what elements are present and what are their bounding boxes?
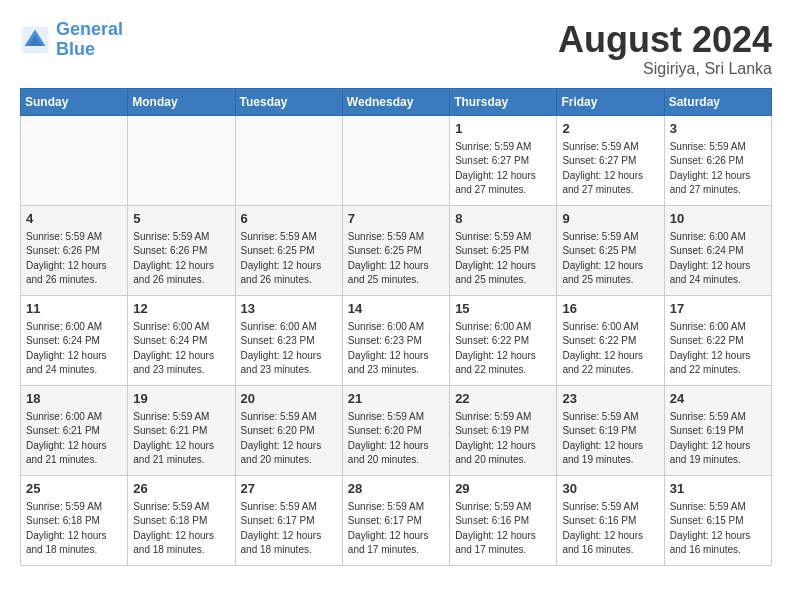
week-row-4: 18Sunrise: 6:00 AM Sunset: 6:21 PM Dayli… bbox=[21, 385, 772, 475]
day-info: Sunrise: 6:00 AM Sunset: 6:24 PM Dayligh… bbox=[670, 230, 766, 288]
weekday-header-thursday: Thursday bbox=[450, 88, 557, 115]
day-cell: 21Sunrise: 5:59 AM Sunset: 6:20 PM Dayli… bbox=[342, 385, 449, 475]
day-info: Sunrise: 5:59 AM Sunset: 6:16 PM Dayligh… bbox=[562, 500, 658, 558]
weekday-header-monday: Monday bbox=[128, 88, 235, 115]
weekday-header-wednesday: Wednesday bbox=[342, 88, 449, 115]
day-info: Sunrise: 5:59 AM Sunset: 6:26 PM Dayligh… bbox=[26, 230, 122, 288]
day-number: 8 bbox=[455, 210, 551, 228]
week-row-5: 25Sunrise: 5:59 AM Sunset: 6:18 PM Dayli… bbox=[21, 475, 772, 565]
logo-text: General Blue bbox=[56, 20, 123, 60]
day-cell: 1Sunrise: 5:59 AM Sunset: 6:27 PM Daylig… bbox=[450, 115, 557, 205]
logo-line1: General bbox=[56, 19, 123, 39]
calendar-table: SundayMondayTuesdayWednesdayThursdayFrid… bbox=[20, 88, 772, 566]
weekday-header-row: SundayMondayTuesdayWednesdayThursdayFrid… bbox=[21, 88, 772, 115]
day-cell: 27Sunrise: 5:59 AM Sunset: 6:17 PM Dayli… bbox=[235, 475, 342, 565]
day-number: 19 bbox=[133, 390, 229, 408]
day-info: Sunrise: 5:59 AM Sunset: 6:25 PM Dayligh… bbox=[455, 230, 551, 288]
day-number: 14 bbox=[348, 300, 444, 318]
day-number: 13 bbox=[241, 300, 337, 318]
day-cell: 24Sunrise: 5:59 AM Sunset: 6:19 PM Dayli… bbox=[664, 385, 771, 475]
weekday-header-tuesday: Tuesday bbox=[235, 88, 342, 115]
day-info: Sunrise: 5:59 AM Sunset: 6:19 PM Dayligh… bbox=[455, 410, 551, 468]
day-cell: 4Sunrise: 5:59 AM Sunset: 6:26 PM Daylig… bbox=[21, 205, 128, 295]
day-number: 1 bbox=[455, 120, 551, 138]
day-info: Sunrise: 5:59 AM Sunset: 6:19 PM Dayligh… bbox=[562, 410, 658, 468]
week-row-1: 1Sunrise: 5:59 AM Sunset: 6:27 PM Daylig… bbox=[21, 115, 772, 205]
day-cell: 26Sunrise: 5:59 AM Sunset: 6:18 PM Dayli… bbox=[128, 475, 235, 565]
day-number: 21 bbox=[348, 390, 444, 408]
day-cell: 14Sunrise: 6:00 AM Sunset: 6:23 PM Dayli… bbox=[342, 295, 449, 385]
weekday-header-friday: Friday bbox=[557, 88, 664, 115]
day-number: 12 bbox=[133, 300, 229, 318]
day-number: 27 bbox=[241, 480, 337, 498]
day-cell: 10Sunrise: 6:00 AM Sunset: 6:24 PM Dayli… bbox=[664, 205, 771, 295]
day-info: Sunrise: 6:00 AM Sunset: 6:24 PM Dayligh… bbox=[133, 320, 229, 378]
day-cell: 6Sunrise: 5:59 AM Sunset: 6:25 PM Daylig… bbox=[235, 205, 342, 295]
day-cell bbox=[128, 115, 235, 205]
title-block: August 2024 Sigiriya, Sri Lanka bbox=[558, 20, 772, 78]
day-number: 31 bbox=[670, 480, 766, 498]
page-header: General Blue August 2024 Sigiriya, Sri L… bbox=[20, 20, 772, 78]
day-info: Sunrise: 5:59 AM Sunset: 6:17 PM Dayligh… bbox=[241, 500, 337, 558]
location: Sigiriya, Sri Lanka bbox=[558, 60, 772, 78]
week-row-3: 11Sunrise: 6:00 AM Sunset: 6:24 PM Dayli… bbox=[21, 295, 772, 385]
day-cell: 3Sunrise: 5:59 AM Sunset: 6:26 PM Daylig… bbox=[664, 115, 771, 205]
day-number: 29 bbox=[455, 480, 551, 498]
day-info: Sunrise: 5:59 AM Sunset: 6:21 PM Dayligh… bbox=[133, 410, 229, 468]
weekday-header-sunday: Sunday bbox=[21, 88, 128, 115]
day-info: Sunrise: 6:00 AM Sunset: 6:24 PM Dayligh… bbox=[26, 320, 122, 378]
day-info: Sunrise: 5:59 AM Sunset: 6:27 PM Dayligh… bbox=[562, 140, 658, 198]
day-cell: 13Sunrise: 6:00 AM Sunset: 6:23 PM Dayli… bbox=[235, 295, 342, 385]
day-cell: 7Sunrise: 5:59 AM Sunset: 6:25 PM Daylig… bbox=[342, 205, 449, 295]
day-info: Sunrise: 5:59 AM Sunset: 6:19 PM Dayligh… bbox=[670, 410, 766, 468]
day-number: 10 bbox=[670, 210, 766, 228]
day-info: Sunrise: 5:59 AM Sunset: 6:26 PM Dayligh… bbox=[670, 140, 766, 198]
day-info: Sunrise: 5:59 AM Sunset: 6:25 PM Dayligh… bbox=[241, 230, 337, 288]
day-info: Sunrise: 5:59 AM Sunset: 6:26 PM Dayligh… bbox=[133, 230, 229, 288]
day-info: Sunrise: 5:59 AM Sunset: 6:17 PM Dayligh… bbox=[348, 500, 444, 558]
day-info: Sunrise: 6:00 AM Sunset: 6:22 PM Dayligh… bbox=[562, 320, 658, 378]
day-number: 2 bbox=[562, 120, 658, 138]
day-cell: 2Sunrise: 5:59 AM Sunset: 6:27 PM Daylig… bbox=[557, 115, 664, 205]
day-info: Sunrise: 6:00 AM Sunset: 6:22 PM Dayligh… bbox=[670, 320, 766, 378]
day-cell: 17Sunrise: 6:00 AM Sunset: 6:22 PM Dayli… bbox=[664, 295, 771, 385]
logo-line2: Blue bbox=[56, 39, 95, 59]
day-cell: 25Sunrise: 5:59 AM Sunset: 6:18 PM Dayli… bbox=[21, 475, 128, 565]
day-cell: 29Sunrise: 5:59 AM Sunset: 6:16 PM Dayli… bbox=[450, 475, 557, 565]
month-year: August 2024 bbox=[558, 20, 772, 60]
weekday-header-saturday: Saturday bbox=[664, 88, 771, 115]
day-cell: 18Sunrise: 6:00 AM Sunset: 6:21 PM Dayli… bbox=[21, 385, 128, 475]
day-number: 22 bbox=[455, 390, 551, 408]
day-info: Sunrise: 5:59 AM Sunset: 6:18 PM Dayligh… bbox=[26, 500, 122, 558]
day-number: 24 bbox=[670, 390, 766, 408]
logo: General Blue bbox=[20, 20, 123, 60]
day-info: Sunrise: 5:59 AM Sunset: 6:18 PM Dayligh… bbox=[133, 500, 229, 558]
day-info: Sunrise: 6:00 AM Sunset: 6:21 PM Dayligh… bbox=[26, 410, 122, 468]
day-cell: 12Sunrise: 6:00 AM Sunset: 6:24 PM Dayli… bbox=[128, 295, 235, 385]
day-number: 3 bbox=[670, 120, 766, 138]
day-cell: 11Sunrise: 6:00 AM Sunset: 6:24 PM Dayli… bbox=[21, 295, 128, 385]
day-number: 5 bbox=[133, 210, 229, 228]
day-cell: 30Sunrise: 5:59 AM Sunset: 6:16 PM Dayli… bbox=[557, 475, 664, 565]
day-number: 6 bbox=[241, 210, 337, 228]
day-number: 25 bbox=[26, 480, 122, 498]
day-cell: 16Sunrise: 6:00 AM Sunset: 6:22 PM Dayli… bbox=[557, 295, 664, 385]
day-cell: 22Sunrise: 5:59 AM Sunset: 6:19 PM Dayli… bbox=[450, 385, 557, 475]
day-number: 26 bbox=[133, 480, 229, 498]
day-info: Sunrise: 6:00 AM Sunset: 6:23 PM Dayligh… bbox=[241, 320, 337, 378]
day-number: 17 bbox=[670, 300, 766, 318]
logo-icon bbox=[20, 25, 50, 55]
day-cell: 31Sunrise: 5:59 AM Sunset: 6:15 PM Dayli… bbox=[664, 475, 771, 565]
day-number: 7 bbox=[348, 210, 444, 228]
day-info: Sunrise: 6:00 AM Sunset: 6:23 PM Dayligh… bbox=[348, 320, 444, 378]
day-number: 16 bbox=[562, 300, 658, 318]
day-cell: 8Sunrise: 5:59 AM Sunset: 6:25 PM Daylig… bbox=[450, 205, 557, 295]
day-info: Sunrise: 5:59 AM Sunset: 6:25 PM Dayligh… bbox=[562, 230, 658, 288]
day-info: Sunrise: 5:59 AM Sunset: 6:20 PM Dayligh… bbox=[348, 410, 444, 468]
day-number: 23 bbox=[562, 390, 658, 408]
day-cell: 15Sunrise: 6:00 AM Sunset: 6:22 PM Dayli… bbox=[450, 295, 557, 385]
day-number: 9 bbox=[562, 210, 658, 228]
day-cell: 19Sunrise: 5:59 AM Sunset: 6:21 PM Dayli… bbox=[128, 385, 235, 475]
week-row-2: 4Sunrise: 5:59 AM Sunset: 6:26 PM Daylig… bbox=[21, 205, 772, 295]
day-cell: 28Sunrise: 5:59 AM Sunset: 6:17 PM Dayli… bbox=[342, 475, 449, 565]
